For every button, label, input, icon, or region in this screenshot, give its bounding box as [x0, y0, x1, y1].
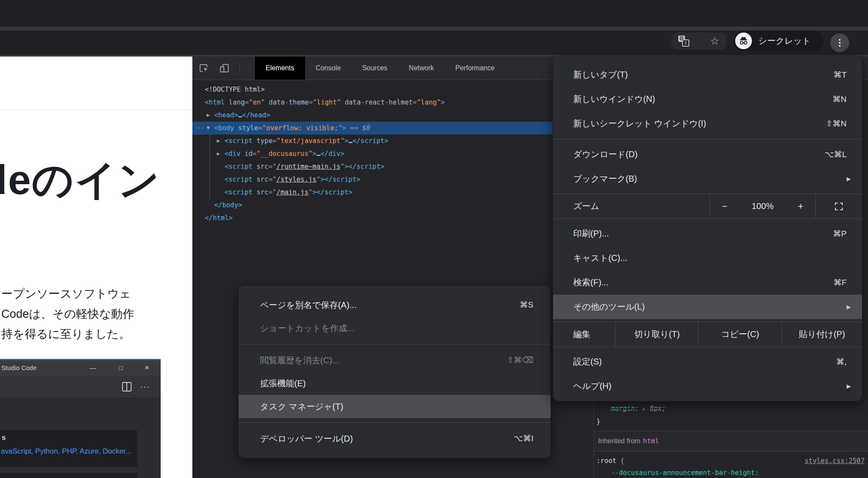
menu-item[interactable]: タスク マネージャ(T) [239, 395, 551, 418]
vscode-panel-fragment [0, 473, 137, 478]
shortcut-hint: ⌘N [832, 87, 847, 111]
menu-item[interactable]: その他のツール(L)▶ [553, 295, 862, 319]
submenu-arrow-icon: ▶ [847, 374, 851, 398]
translate-icon[interactable]: G 文 [678, 36, 689, 47]
css-custom-property[interactable]: --docusaurus-announcement-bar-height: [611, 468, 759, 478]
fullscreen-button[interactable] [816, 194, 862, 218]
page-heading: deのイン [0, 153, 161, 209]
maximize-icon: □ [117, 360, 125, 376]
context-menu: ページを別名で保存(A)...⌘Sショートカットを作成...閲覧履歴を消去(C)… [238, 285, 551, 458]
incognito-icon [735, 33, 752, 49]
incognito-badge: シークレット [733, 31, 823, 51]
menu-item[interactable]: 新しいウインドウ(N)⌘N [553, 87, 862, 111]
vscode-editor-toolbar: ··· [0, 376, 161, 397]
shortcut-hint: ⌥⌘L [825, 142, 847, 167]
css-overridden-property[interactable]: margin:▸8px; [611, 403, 666, 414]
menu-item[interactable]: ブックマーク(B)▶ [553, 167, 862, 191]
paragraph-line: 持を得るに至りました。 [1, 324, 134, 344]
menu-item[interactable]: ダウンロード(D)⌥⌘L [553, 142, 862, 167]
browser-menu-button[interactable] [830, 33, 849, 52]
expand-shorthand-icon[interactable]: ▸ [642, 405, 646, 412]
tab-sources[interactable]: Sources [351, 57, 398, 80]
menu-item[interactable]: 設定(S)⌘, [553, 350, 862, 374]
menu-separator [239, 422, 551, 423]
split-editor-icon [122, 382, 132, 391]
vscode-editor-area: s avaScript, Python, PHP, Azure, Docker.… [0, 397, 161, 478]
menu-item[interactable]: キャスト(C)... [553, 246, 862, 270]
menu-separator [553, 139, 862, 139]
fullscreen-icon [834, 202, 844, 211]
menu-item[interactable]: ショートカットを作成... [239, 317, 551, 340]
shortcut-hint: ⌘F [833, 270, 847, 295]
vscode-language-links: avaScript, Python, PHP, Azure, Docker... [1, 447, 132, 456]
incognito-label: シークレット [758, 31, 811, 51]
vscode-screenshot: Studio Code — □ × ··· s avaScript, Pytho… [0, 359, 161, 478]
bookmark-star-icon[interactable]: ☆ [710, 34, 719, 48]
menu-item[interactable]: デベロッパー ツール(D)⌥⌘I [239, 427, 551, 450]
menu-item[interactable]: ページを別名で保存(A)...⌘S [239, 293, 551, 317]
vscode-window-title: Studio Code [1, 360, 37, 376]
shortcut-hint: ⇧⌘N [826, 111, 847, 136]
menu-item[interactable]: 検索(F)...⌘F [553, 270, 862, 295]
inherited-selector-link[interactable]: html [643, 437, 659, 445]
menu-item[interactable]: 印刷(P)...⌘P [553, 221, 862, 246]
dom-more-icon[interactable]: ··· [195, 122, 204, 134]
twisty-icon[interactable]: ▶ [217, 134, 220, 147]
menu-edit-row: 編集切り取り(T)コピー(C)貼り付け(P) [553, 322, 862, 347]
css-closing-brace: } [596, 416, 600, 427]
menu-item[interactable]: コピー(C) [698, 322, 782, 347]
menu-item[interactable]: ヘルプ(H)▶ [553, 374, 862, 398]
browser-window: G 文 ☆ シークレット deのイン ープンソースソフトウェ Codeは、その軽… [0, 0, 868, 478]
paragraph-line: Codeは、その軽快な動作 [1, 304, 134, 324]
close-icon: × [143, 360, 151, 376]
three-dot-icon [839, 42, 841, 44]
zoom-label: ズーム [573, 194, 599, 218]
paragraph-line: ープンソースソフトウェ [1, 284, 134, 304]
vscode-titlebar: Studio Code — □ × [0, 360, 161, 376]
menu-item[interactable]: 拡張機能(E) [239, 372, 551, 395]
more-actions-icon: ··· [140, 376, 150, 397]
menu-item[interactable]: 新しいタブ(T)⌘T [553, 63, 862, 87]
menu-item[interactable]: 新しいシークレット ウインドウ(I)⇧⌘N [553, 111, 862, 136]
tab-performance[interactable]: Performance [445, 57, 506, 80]
menu-separator [239, 344, 551, 344]
tab-elements[interactable]: Elements [255, 57, 305, 80]
tab-console[interactable]: Console [305, 57, 352, 80]
tab-network[interactable]: Network [398, 57, 445, 80]
css-rule-header: :root { styles.css:2507 [596, 455, 868, 467]
devtools-tabs: ElementsConsoleSourcesNetworkPerformance [255, 57, 505, 80]
twisty-icon[interactable]: ▶ [207, 109, 210, 122]
shortcut-hint: ⌘, [836, 350, 847, 374]
dom-tree-line[interactable]: ···▼<body style="overflow: visible;"> ==… [192, 122, 593, 134]
stylesheet-source-link[interactable]: styles.css:2507 [805, 455, 865, 467]
menu-item[interactable]: 閲覧履歴を消去(C)...⇧⌘⌫ [239, 349, 551, 372]
menu-zoom-row: ズーム−100%+ [553, 194, 862, 219]
tabstrip-divider [0, 27, 868, 30]
twisty-icon[interactable]: ▶ [217, 147, 220, 160]
submenu-arrow-icon: ▶ [847, 295, 851, 319]
twisty-icon[interactable]: ▼ [207, 122, 210, 134]
menu-item[interactable]: 切り取り(T) [615, 322, 698, 347]
devtools-styles-pane: margin:▸8px; } Inherited fromhtml :root … [594, 399, 868, 478]
toolbar-separator [239, 62, 240, 74]
shortcut-hint: ⌘P [833, 221, 847, 246]
section-divider [594, 451, 868, 451]
inherited-from-row: Inherited fromhtml [594, 431, 868, 451]
inspect-element-icon[interactable] [198, 63, 210, 75]
shortcut-hint: ⌘S [520, 293, 533, 317]
page-paragraph: ープンソースソフトウェ Codeは、その軽快な動作 持を得るに至りました。 [1, 284, 134, 344]
submenu-arrow-icon: ▶ [847, 167, 851, 191]
device-toolbar-icon[interactable] [219, 63, 230, 75]
zoom-out-button[interactable]: − [722, 194, 727, 218]
shortcut-hint: ⌘T [833, 63, 847, 87]
browser-menu: 新しいタブ(T)⌘T新しいウインドウ(N)⌘N新しいシークレット ウインドウ(I… [553, 56, 862, 401]
shortcut-hint: ⇧⌘⌫ [507, 349, 533, 372]
menu-item[interactable]: 貼り付け(P) [781, 322, 862, 347]
vscode-welcome-panel: s avaScript, Python, PHP, Azure, Docker.… [0, 430, 137, 467]
zoom-in-button[interactable]: + [798, 194, 803, 218]
edit-label: 編集 [573, 322, 590, 347]
panel-heading-fragment: s [2, 433, 6, 442]
shortcut-hint: ⌥⌘I [514, 427, 533, 450]
toolbar-icon-group: G 文 ☆ [671, 33, 726, 50]
zoom-value: 100% [751, 194, 773, 218]
